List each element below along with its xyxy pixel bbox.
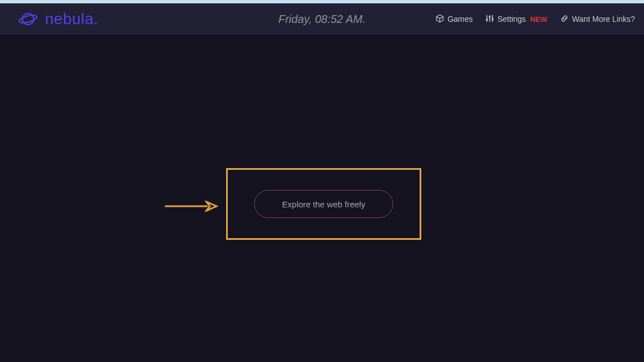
brand[interactable]: nebula. [18,9,98,29]
new-badge: NEW [530,15,547,24]
svg-point-7 [491,18,494,20]
main-content: Explore the web freely [0,35,644,362]
arrow-annotation-icon [165,201,219,212]
nav-more-links-label: Want More Links? [572,15,635,24]
search-input[interactable]: Explore the web freely [254,190,393,218]
link-icon [560,14,569,25]
nav-more-links[interactable]: Want More Links? [560,14,635,25]
annotation-highlight-box: Explore the web freely [226,168,421,240]
nav-settings-label: Settings [498,15,526,24]
datetime-display: Friday, 08:52 AM. [278,13,366,26]
nav-games-label: Games [448,15,473,24]
planet-icon [18,9,38,29]
site-header: nebula. Friday, 08:52 AM. Games [0,3,644,35]
svg-point-5 [486,18,488,21]
header-nav: Games Settings NEW [435,14,644,25]
nav-settings[interactable]: Settings NEW [485,14,548,25]
search-placeholder: Explore the web freely [282,199,365,209]
brand-name: nebula. [45,10,98,28]
cube-icon [435,14,444,25]
svg-point-1 [19,14,38,25]
svg-point-6 [489,16,491,18]
nav-games[interactable]: Games [435,14,473,25]
sliders-icon [485,14,494,25]
